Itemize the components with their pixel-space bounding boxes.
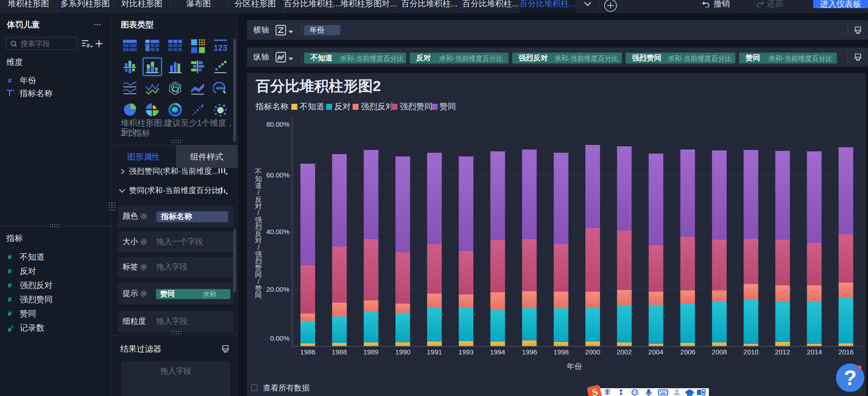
svg-text:#: #	[86, 42, 90, 48]
svg-text:60%: 60%	[216, 86, 225, 91]
svg-text:123: 123	[214, 43, 227, 52]
